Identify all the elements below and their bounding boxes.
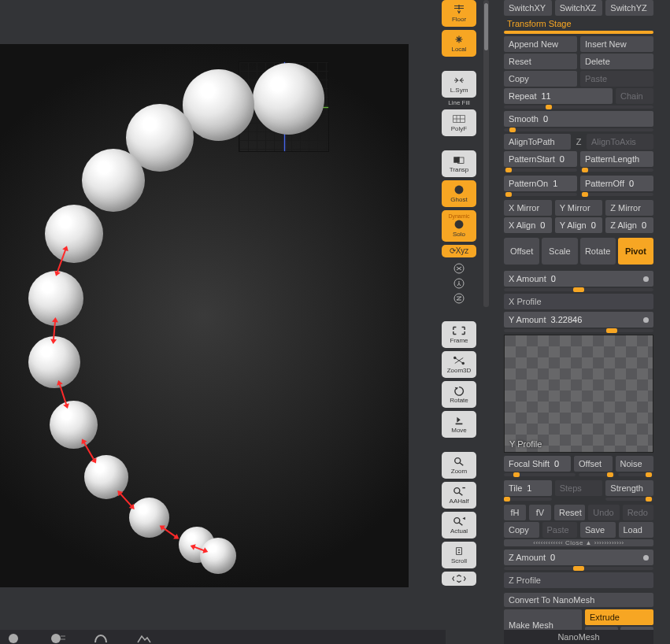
- patternoff-slider[interactable]: PatternOff 0: [580, 176, 653, 191]
- mesh-sphere[interactable]: [82, 149, 145, 212]
- tile-slider[interactable]: Tile 1: [504, 480, 552, 496]
- local-button[interactable]: Local: [442, 30, 476, 57]
- shelf-icon[interactable]: [5, 633, 28, 644]
- strength-button[interactable]: Strength: [605, 480, 653, 496]
- aahalf-icon: [452, 486, 466, 497]
- persp-z-icon[interactable]: [453, 292, 465, 305]
- zamount-value: 0: [550, 553, 555, 562]
- xalign-slider[interactable]: X Align 0: [504, 217, 552, 233]
- actual-button[interactable]: Actual: [442, 512, 476, 539]
- switchyz-button[interactable]: SwitchYZ: [605, 0, 653, 16]
- save-button[interactable]: Save: [580, 522, 616, 538]
- xprofile-header[interactable]: X Profile: [504, 294, 653, 309]
- transform-stage-header: Transform Stage: [504, 17, 653, 31]
- patternstart-slider[interactable]: PatternStart 0: [504, 151, 577, 167]
- noise-button[interactable]: Noise: [616, 456, 654, 472]
- chain-button[interactable]: Chain: [616, 88, 653, 104]
- rotate-tab[interactable]: Rotate: [580, 238, 616, 265]
- undo-button[interactable]: Undo: [588, 505, 619, 520]
- zoom3d-button[interactable]: Zoom3D: [442, 351, 476, 378]
- steps-button[interactable]: Steps: [555, 480, 603, 496]
- rotate-button[interactable]: Rotate: [442, 381, 476, 408]
- shelf-icon[interactable]: [47, 633, 71, 644]
- convert-nanomesh-button[interactable]: Convert To NanoMesh: [504, 593, 653, 607]
- rotate-label: Rotate: [450, 398, 468, 404]
- persp-x-icon[interactable]: [453, 262, 465, 275]
- z-axis-label: Z: [574, 137, 583, 146]
- nanomesh-section-header[interactable]: NanoMesh: [504, 630, 653, 644]
- fh-button[interactable]: fH: [504, 505, 526, 520]
- mesh-sphere[interactable]: [183, 69, 254, 141]
- smooth-slider[interactable]: Smooth 0: [504, 111, 653, 127]
- patternon-slider[interactable]: PatternOn 1: [504, 176, 577, 191]
- yalign-value: 0: [591, 220, 596, 230]
- ghost-button[interactable]: Ghost: [442, 180, 476, 207]
- toolbar-scrollbar[interactable]: [483, 0, 489, 307]
- xmirror-button[interactable]: X Mirror: [504, 200, 552, 216]
- append-new-button[interactable]: Append New: [504, 36, 577, 52]
- zmirror-button[interactable]: Z Mirror: [605, 200, 653, 216]
- move-button[interactable]: Move: [442, 411, 476, 438]
- offset-button[interactable]: Offset: [574, 456, 613, 472]
- expand-button[interactable]: [442, 572, 476, 586]
- local-label: Local: [451, 46, 466, 53]
- yprofile-canvas[interactable]: Y Profile: [504, 335, 653, 453]
- solo-button[interactable]: Dynamic Solo: [442, 210, 476, 242]
- shelf-icon[interactable]: [132, 633, 156, 644]
- extrude-button[interactable]: Extrude: [585, 609, 653, 625]
- frame-button[interactable]: Frame: [442, 321, 476, 348]
- zprofile-header[interactable]: Z Profile: [504, 572, 653, 588]
- patternoff-label: PatternOff: [585, 179, 624, 188]
- repeat-slider[interactable]: Repeat 11: [504, 88, 613, 104]
- paste2-button[interactable]: Paste: [542, 522, 578, 538]
- close-section-button[interactable]: ‹‹‹‹‹‹‹‹‹‹‹‹ Close ▲ ››››››››››››: [504, 539, 653, 546]
- persp-y-icon[interactable]: [453, 277, 465, 290]
- polyf-label: PolyF: [451, 126, 467, 132]
- viewport-3d[interactable]: [0, 44, 409, 587]
- scroll-icon: [452, 546, 466, 557]
- fv-button[interactable]: fV: [529, 505, 551, 520]
- mesh-sphere[interactable]: [50, 401, 98, 449]
- offset-tab[interactable]: Offset: [504, 238, 539, 265]
- zamount-slider[interactable]: Z Amount 0: [504, 550, 653, 565]
- scale-tab[interactable]: Scale: [542, 238, 577, 265]
- switchxz-button[interactable]: SwitchXZ: [555, 0, 603, 16]
- load-button[interactable]: Load: [619, 522, 654, 538]
- lsym-button[interactable]: L.Sym: [442, 71, 476, 98]
- aahalf-button[interactable]: AAHalf: [442, 482, 476, 509]
- xamount-slider[interactable]: X Amount 0: [504, 271, 653, 287]
- zoom-button[interactable]: Zoom: [442, 452, 476, 479]
- transp-button[interactable]: Transp: [442, 150, 476, 177]
- zalign-slider[interactable]: Z Align 0: [605, 217, 653, 233]
- switchxy-button[interactable]: SwitchXY: [504, 0, 552, 16]
- scroll-button[interactable]: Scroll: [442, 542, 476, 568]
- aahalf-label: AAHalf: [450, 498, 469, 505]
- reset2-button[interactable]: Reset: [554, 505, 585, 520]
- yalign-slider[interactable]: Y Align 0: [555, 217, 603, 233]
- paste-button[interactable]: Paste: [580, 71, 653, 87]
- pivot-tab[interactable]: Pivot: [618, 238, 653, 265]
- floor-button[interactable]: Floor: [442, 0, 476, 27]
- mesh-sphere[interactable]: [200, 538, 236, 574]
- shelf-icon[interactable]: [90, 633, 113, 644]
- mesh-sphere[interactable]: [253, 63, 324, 135]
- mesh-sphere[interactable]: [129, 498, 169, 538]
- xyz-button[interactable]: ⟳Xyz: [442, 245, 476, 257]
- insert-new-button[interactable]: Insert New: [580, 36, 653, 52]
- polyf-button[interactable]: PolyF: [442, 109, 476, 136]
- mesh-sphere[interactable]: [45, 205, 103, 263]
- ymirror-button[interactable]: Y Mirror: [555, 200, 603, 216]
- aligntoaxis-button[interactable]: AlignToAxis: [587, 134, 653, 150]
- reset-button[interactable]: Reset: [504, 54, 577, 69]
- aligntopath-button[interactable]: AlignToPath: [504, 134, 571, 150]
- copy2-button[interactable]: Copy: [504, 522, 539, 538]
- delete-button[interactable]: Delete: [580, 54, 653, 69]
- svg-point-7: [453, 357, 457, 360]
- redo-button[interactable]: Redo: [623, 505, 653, 520]
- xalign-label: X Align: [509, 220, 535, 230]
- focalshift-slider[interactable]: Focal Shift 0: [504, 456, 571, 472]
- actual-label: Actual: [450, 528, 468, 535]
- patternlength-slider[interactable]: PatternLength: [580, 151, 653, 167]
- yamount-slider[interactable]: Y Amount 3.22846: [504, 312, 653, 328]
- copy-button[interactable]: Copy: [504, 71, 577, 87]
